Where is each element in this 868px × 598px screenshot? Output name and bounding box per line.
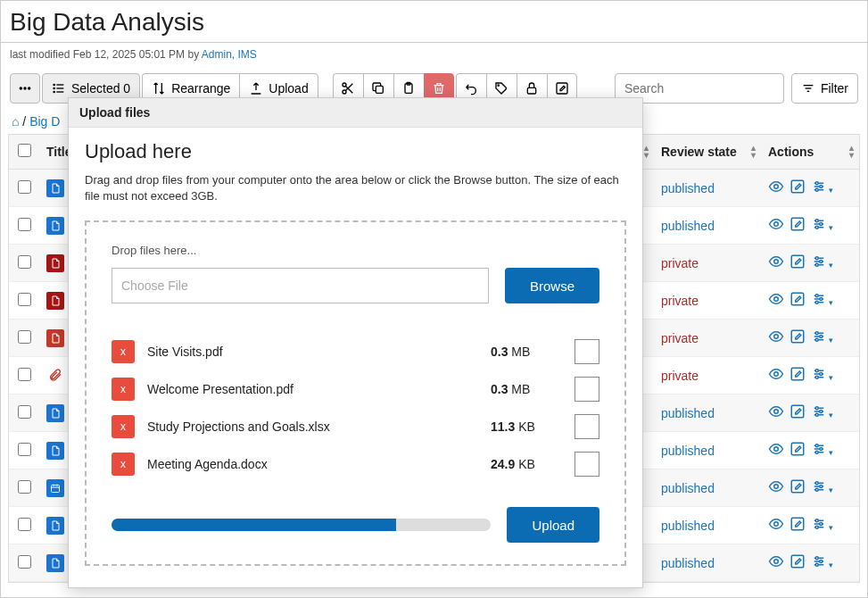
col-select-all (9, 135, 39, 170)
svg-point-62 (774, 372, 779, 377)
filter-button[interactable]: Filter (791, 73, 858, 104)
row-checkbox[interactable] (18, 518, 31, 531)
row-checkbox[interactable] (18, 555, 31, 569)
review-state[interactable]: private (661, 294, 699, 308)
select-all-checkbox[interactable] (18, 144, 31, 157)
undo-icon (464, 81, 478, 96)
document-icon (46, 329, 64, 347)
view-action[interactable] (768, 328, 784, 347)
edit-action[interactable] (789, 516, 806, 535)
view-action[interactable] (768, 441, 784, 460)
svg-point-105 (815, 526, 818, 528)
col-review-state[interactable]: Review state▴▾ (654, 135, 761, 170)
svg-point-75 (815, 407, 818, 410)
svg-point-111 (815, 557, 818, 560)
row-checkbox[interactable] (18, 405, 31, 419)
breadcrumb-current[interactable]: Big D (29, 114, 60, 129)
view-action[interactable] (768, 516, 784, 535)
remove-file-button[interactable]: x (112, 340, 135, 363)
edit-action[interactable] (789, 366, 806, 385)
svg-rect-13 (376, 86, 384, 93)
view-action[interactable] (768, 179, 784, 197)
svg-point-59 (815, 332, 818, 335)
settings-action[interactable] (811, 553, 833, 572)
view-action[interactable] (768, 478, 784, 497)
review-state[interactable]: published (661, 481, 715, 495)
edit-action[interactable] (789, 328, 806, 347)
review-state[interactable]: published (661, 519, 715, 533)
svg-point-61 (815, 338, 818, 341)
svg-rect-86 (52, 485, 60, 492)
review-state[interactable]: published (661, 444, 715, 458)
settings-action[interactable] (811, 216, 833, 235)
review-state[interactable]: private (661, 369, 699, 383)
row-checkbox[interactable] (18, 368, 31, 381)
row-checkbox[interactable] (18, 443, 31, 456)
settings-action[interactable] (811, 441, 833, 460)
settings-action[interactable] (811, 516, 833, 535)
settings-action[interactable] (811, 328, 833, 347)
settings-action[interactable] (811, 403, 833, 422)
svg-point-53 (815, 301, 818, 303)
view-action[interactable] (768, 253, 784, 272)
upload-submit-button[interactable]: Upload (507, 507, 599, 543)
remove-file-button[interactable]: x (112, 453, 135, 476)
row-checkbox[interactable] (18, 330, 31, 344)
remove-file-button[interactable]: x (112, 415, 135, 438)
edit-action[interactable] (789, 253, 806, 272)
view-action[interactable] (768, 553, 784, 572)
settings-action[interactable] (811, 478, 833, 497)
upload-progress-bar (112, 519, 491, 531)
view-action[interactable] (768, 366, 784, 385)
breadcrumb-separator: / (19, 114, 29, 129)
edit-action[interactable] (789, 179, 806, 197)
edit-action[interactable] (789, 441, 806, 460)
upload-dialog: Upload files Upload here Drag and drop f… (68, 97, 643, 588)
svg-point-54 (774, 335, 779, 339)
svg-point-77 (815, 413, 818, 416)
review-state[interactable]: private (661, 331, 699, 345)
row-checkbox[interactable] (18, 180, 31, 194)
more-actions-button[interactable] (10, 73, 40, 104)
edit-action[interactable] (789, 478, 806, 497)
upload-file-item: xMeeting Agenda.docx24.9 KB (112, 452, 599, 477)
svg-point-51 (815, 295, 818, 297)
svg-point-67 (815, 370, 818, 372)
rearrange-label: Rearrange (171, 81, 230, 96)
review-state[interactable]: published (661, 219, 715, 233)
upload-file-size: 11.3 KB (491, 419, 562, 434)
settings-action[interactable] (811, 179, 833, 197)
svg-point-84 (820, 448, 823, 451)
upload-file-size: 0.3 MB (491, 382, 562, 396)
last-modified-user-link[interactable]: Admin, IMS (202, 48, 257, 61)
svg-point-52 (820, 298, 823, 301)
col-actions[interactable]: Actions▴▾ (761, 135, 859, 170)
settings-action[interactable] (811, 253, 833, 272)
tag-icon (494, 81, 508, 96)
svg-point-10 (343, 90, 346, 94)
edit-action[interactable] (789, 216, 806, 235)
edit-action[interactable] (789, 553, 806, 572)
edit-action[interactable] (789, 403, 806, 422)
browse-button[interactable]: Browse (505, 268, 599, 303)
edit-action[interactable] (789, 291, 806, 310)
remove-file-button[interactable]: x (112, 378, 135, 401)
row-checkbox[interactable] (18, 480, 31, 494)
row-checkbox[interactable] (18, 218, 31, 231)
settings-action[interactable] (811, 366, 833, 385)
view-action[interactable] (768, 403, 784, 422)
lock-icon (525, 81, 539, 96)
document-icon (46, 217, 64, 235)
review-state[interactable]: private (661, 256, 699, 270)
review-state[interactable]: published (661, 556, 715, 570)
view-action[interactable] (768, 291, 784, 310)
file-chooser-input[interactable]: Choose File (112, 268, 489, 303)
review-state[interactable]: published (661, 181, 715, 195)
row-checkbox[interactable] (18, 255, 31, 269)
upload-dialog-title: Upload here (85, 140, 626, 163)
settings-action[interactable] (811, 291, 833, 310)
review-state[interactable]: published (661, 406, 715, 420)
dropzone[interactable]: Drop files here... Choose File Browse xS… (85, 220, 626, 566)
view-action[interactable] (768, 216, 784, 235)
row-checkbox[interactable] (18, 293, 31, 306)
